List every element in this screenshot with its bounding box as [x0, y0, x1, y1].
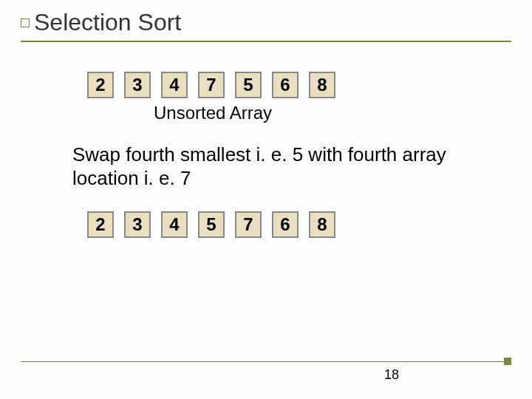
title-bullet-icon — [21, 18, 30, 27]
array-cell: 7 — [198, 72, 225, 98]
array-cell: 3 — [124, 72, 151, 98]
array-cell: 5 — [198, 211, 225, 238]
array-cell: 4 — [161, 211, 188, 238]
array-cell: 6 — [272, 211, 299, 238]
step-description: Swap fourth smallest i. e. 5 with fourth… — [72, 143, 467, 191]
array-after: 2 3 4 5 7 6 8 — [87, 211, 511, 238]
title-bar: Selection Sort — [21, 9, 511, 36]
array-cell: 7 — [235, 211, 262, 238]
array-cell: 2 — [87, 211, 114, 238]
footer-accent-icon — [504, 358, 511, 365]
array-cell: 8 — [309, 72, 335, 98]
slide-title: Selection Sort — [34, 9, 181, 36]
title-underline — [21, 41, 511, 42]
page-number: 18 — [384, 367, 399, 383]
array-cell: 3 — [124, 211, 151, 238]
array-cell: 4 — [161, 72, 188, 98]
slide: Selection Sort 2 3 4 7 5 6 8 Unsorted Ar… — [0, 0, 532, 399]
array-before: 2 3 4 7 5 6 8 — [87, 72, 511, 98]
footer-rule — [21, 361, 511, 363]
array-cell: 5 — [235, 72, 262, 98]
array-cell: 2 — [87, 72, 114, 98]
array-caption: Unsorted Array — [154, 103, 511, 123]
array-cell: 6 — [272, 72, 299, 98]
array-cell: 8 — [309, 211, 335, 238]
